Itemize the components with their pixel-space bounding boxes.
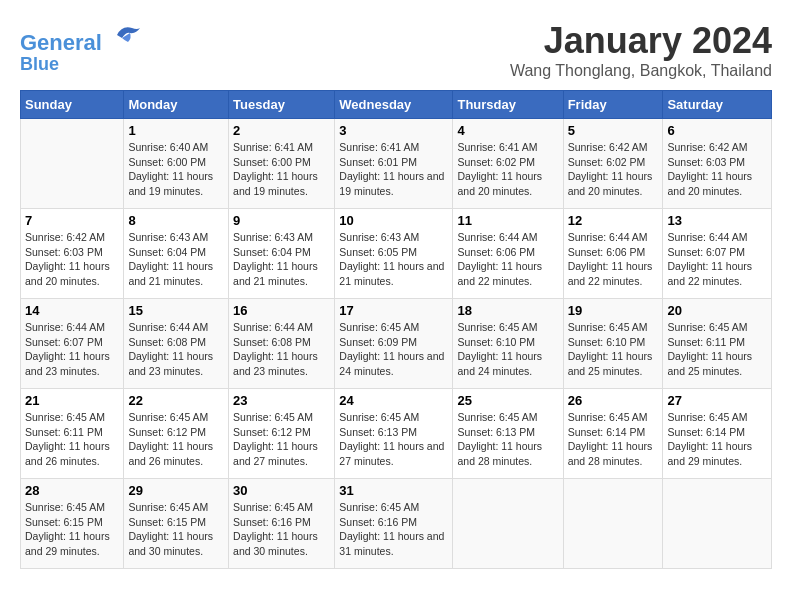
calendar-cell	[663, 479, 772, 569]
day-detail: Sunrise: 6:45 AMSunset: 6:16 PMDaylight:…	[233, 500, 330, 559]
calendar-cell: 30 Sunrise: 6:45 AMSunset: 6:16 PMDaylig…	[229, 479, 335, 569]
day-detail: Sunrise: 6:44 AMSunset: 6:08 PMDaylight:…	[128, 320, 224, 379]
day-detail: Sunrise: 6:42 AMSunset: 6:02 PMDaylight:…	[568, 140, 659, 199]
weekday-header-row: SundayMondayTuesdayWednesdayThursdayFrid…	[21, 91, 772, 119]
calendar-cell: 31 Sunrise: 6:45 AMSunset: 6:16 PMDaylig…	[335, 479, 453, 569]
calendar-cell: 17 Sunrise: 6:45 AMSunset: 6:09 PMDaylig…	[335, 299, 453, 389]
calendar-cell: 29 Sunrise: 6:45 AMSunset: 6:15 PMDaylig…	[124, 479, 229, 569]
day-detail: Sunrise: 6:44 AMSunset: 6:07 PMDaylight:…	[25, 320, 119, 379]
calendar-cell: 11 Sunrise: 6:44 AMSunset: 6:06 PMDaylig…	[453, 209, 563, 299]
day-detail: Sunrise: 6:45 AMSunset: 6:16 PMDaylight:…	[339, 500, 448, 559]
day-detail: Sunrise: 6:40 AMSunset: 6:00 PMDaylight:…	[128, 140, 224, 199]
day-number: 31	[339, 483, 448, 498]
day-number: 14	[25, 303, 119, 318]
day-number: 18	[457, 303, 558, 318]
calendar-cell: 2 Sunrise: 6:41 AMSunset: 6:00 PMDayligh…	[229, 119, 335, 209]
weekday-header-monday: Monday	[124, 91, 229, 119]
calendar-cell: 9 Sunrise: 6:43 AMSunset: 6:04 PMDayligh…	[229, 209, 335, 299]
weekday-header-thursday: Thursday	[453, 91, 563, 119]
day-detail: Sunrise: 6:44 AMSunset: 6:06 PMDaylight:…	[568, 230, 659, 289]
day-detail: Sunrise: 6:41 AMSunset: 6:00 PMDaylight:…	[233, 140, 330, 199]
weekday-header-saturday: Saturday	[663, 91, 772, 119]
calendar-week-row: 21 Sunrise: 6:45 AMSunset: 6:11 PMDaylig…	[21, 389, 772, 479]
day-number: 15	[128, 303, 224, 318]
calendar-cell: 6 Sunrise: 6:42 AMSunset: 6:03 PMDayligh…	[663, 119, 772, 209]
day-number: 10	[339, 213, 448, 228]
calendar-week-row: 1 Sunrise: 6:40 AMSunset: 6:00 PMDayligh…	[21, 119, 772, 209]
calendar-cell: 18 Sunrise: 6:45 AMSunset: 6:10 PMDaylig…	[453, 299, 563, 389]
day-number: 8	[128, 213, 224, 228]
day-detail: Sunrise: 6:42 AMSunset: 6:03 PMDaylight:…	[25, 230, 119, 289]
day-detail: Sunrise: 6:45 AMSunset: 6:11 PMDaylight:…	[25, 410, 119, 469]
calendar-cell	[21, 119, 124, 209]
weekday-header-tuesday: Tuesday	[229, 91, 335, 119]
day-detail: Sunrise: 6:44 AMSunset: 6:06 PMDaylight:…	[457, 230, 558, 289]
weekday-header-sunday: Sunday	[21, 91, 124, 119]
day-number: 12	[568, 213, 659, 228]
calendar-cell: 27 Sunrise: 6:45 AMSunset: 6:14 PMDaylig…	[663, 389, 772, 479]
day-detail: Sunrise: 6:45 AMSunset: 6:10 PMDaylight:…	[457, 320, 558, 379]
day-number: 16	[233, 303, 330, 318]
day-detail: Sunrise: 6:45 AMSunset: 6:12 PMDaylight:…	[128, 410, 224, 469]
day-detail: Sunrise: 6:45 AMSunset: 6:14 PMDaylight:…	[568, 410, 659, 469]
day-detail: Sunrise: 6:45 AMSunset: 6:13 PMDaylight:…	[339, 410, 448, 469]
day-number: 9	[233, 213, 330, 228]
day-number: 4	[457, 123, 558, 138]
page-header: General Blue January 2024 Wang Thonglang…	[20, 20, 772, 80]
day-number: 30	[233, 483, 330, 498]
day-number: 21	[25, 393, 119, 408]
day-number: 11	[457, 213, 558, 228]
calendar-cell: 13 Sunrise: 6:44 AMSunset: 6:07 PMDaylig…	[663, 209, 772, 299]
day-number: 25	[457, 393, 558, 408]
month-title: January 2024	[510, 20, 772, 62]
calendar-cell: 7 Sunrise: 6:42 AMSunset: 6:03 PMDayligh…	[21, 209, 124, 299]
calendar-cell: 21 Sunrise: 6:45 AMSunset: 6:11 PMDaylig…	[21, 389, 124, 479]
calendar-table: SundayMondayTuesdayWednesdayThursdayFrid…	[20, 90, 772, 569]
calendar-cell: 14 Sunrise: 6:44 AMSunset: 6:07 PMDaylig…	[21, 299, 124, 389]
day-number: 26	[568, 393, 659, 408]
calendar-cell: 20 Sunrise: 6:45 AMSunset: 6:11 PMDaylig…	[663, 299, 772, 389]
day-detail: Sunrise: 6:45 AMSunset: 6:11 PMDaylight:…	[667, 320, 767, 379]
day-number: 1	[128, 123, 224, 138]
calendar-cell: 1 Sunrise: 6:40 AMSunset: 6:00 PMDayligh…	[124, 119, 229, 209]
day-detail: Sunrise: 6:43 AMSunset: 6:04 PMDaylight:…	[128, 230, 224, 289]
day-detail: Sunrise: 6:42 AMSunset: 6:03 PMDaylight:…	[667, 140, 767, 199]
logo: General Blue	[20, 20, 142, 75]
day-detail: Sunrise: 6:45 AMSunset: 6:15 PMDaylight:…	[25, 500, 119, 559]
logo-bird-icon	[112, 20, 142, 50]
calendar-cell	[453, 479, 563, 569]
day-number: 19	[568, 303, 659, 318]
calendar-cell: 8 Sunrise: 6:43 AMSunset: 6:04 PMDayligh…	[124, 209, 229, 299]
calendar-cell	[563, 479, 663, 569]
calendar-cell: 28 Sunrise: 6:45 AMSunset: 6:15 PMDaylig…	[21, 479, 124, 569]
day-detail: Sunrise: 6:44 AMSunset: 6:07 PMDaylight:…	[667, 230, 767, 289]
day-number: 5	[568, 123, 659, 138]
calendar-cell: 22 Sunrise: 6:45 AMSunset: 6:12 PMDaylig…	[124, 389, 229, 479]
day-detail: Sunrise: 6:44 AMSunset: 6:08 PMDaylight:…	[233, 320, 330, 379]
day-number: 13	[667, 213, 767, 228]
calendar-cell: 23 Sunrise: 6:45 AMSunset: 6:12 PMDaylig…	[229, 389, 335, 479]
day-number: 23	[233, 393, 330, 408]
weekday-header-wednesday: Wednesday	[335, 91, 453, 119]
day-number: 6	[667, 123, 767, 138]
calendar-cell: 10 Sunrise: 6:43 AMSunset: 6:05 PMDaylig…	[335, 209, 453, 299]
day-number: 28	[25, 483, 119, 498]
day-detail: Sunrise: 6:45 AMSunset: 6:14 PMDaylight:…	[667, 410, 767, 469]
day-detail: Sunrise: 6:45 AMSunset: 6:13 PMDaylight:…	[457, 410, 558, 469]
day-number: 17	[339, 303, 448, 318]
calendar-cell: 16 Sunrise: 6:44 AMSunset: 6:08 PMDaylig…	[229, 299, 335, 389]
calendar-week-row: 28 Sunrise: 6:45 AMSunset: 6:15 PMDaylig…	[21, 479, 772, 569]
day-detail: Sunrise: 6:43 AMSunset: 6:05 PMDaylight:…	[339, 230, 448, 289]
day-detail: Sunrise: 6:41 AMSunset: 6:02 PMDaylight:…	[457, 140, 558, 199]
calendar-cell: 24 Sunrise: 6:45 AMSunset: 6:13 PMDaylig…	[335, 389, 453, 479]
weekday-header-friday: Friday	[563, 91, 663, 119]
day-number: 24	[339, 393, 448, 408]
day-number: 2	[233, 123, 330, 138]
logo-general: General	[20, 30, 102, 55]
day-detail: Sunrise: 6:43 AMSunset: 6:04 PMDaylight:…	[233, 230, 330, 289]
day-detail: Sunrise: 6:45 AMSunset: 6:12 PMDaylight:…	[233, 410, 330, 469]
calendar-cell: 19 Sunrise: 6:45 AMSunset: 6:10 PMDaylig…	[563, 299, 663, 389]
calendar-cell: 26 Sunrise: 6:45 AMSunset: 6:14 PMDaylig…	[563, 389, 663, 479]
day-number: 7	[25, 213, 119, 228]
day-detail: Sunrise: 6:41 AMSunset: 6:01 PMDaylight:…	[339, 140, 448, 199]
